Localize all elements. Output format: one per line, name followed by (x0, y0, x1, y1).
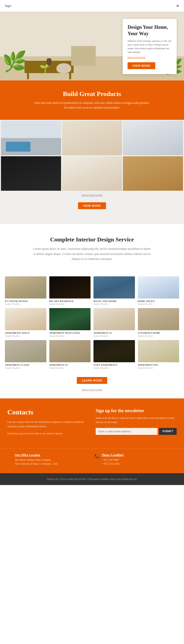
portfolio-title-3: HOTEL SINGAPORE (93, 300, 135, 303)
portfolio-item-4: HOME OFFICE Sample Headline (138, 276, 179, 306)
portfolio-subtitle-11: Sample Headline (93, 367, 135, 369)
office-location-item: 📍 Our Office Location The Interior Desig… (7, 453, 90, 466)
portfolio-title-11: COZY APARTMENTS (93, 364, 135, 367)
bottom-bar: Sample text. Click to select the text bo… (0, 473, 184, 485)
portfolio-credits: Images from Freepik (0, 386, 184, 398)
portfolio-subtitle-6: Sample Headline (49, 335, 91, 337)
portfolio-image-10 (49, 340, 91, 362)
gallery-credits: Images from Freepik (0, 192, 184, 198)
header: logo ≡ (0, 0, 184, 12)
newsletter-description: Want to be the first to read our news? S… (96, 416, 177, 424)
office-title: Our Office Location (15, 453, 58, 457)
gallery-image-5 (62, 156, 122, 191)
hero-section: 🌿 🌱 🌿 Design Your Home, Your Way Habitan… (0, 12, 184, 80)
hero-view-more-button[interactable]: VIEW MORE (128, 62, 155, 69)
interior-section: Complete Interior Design Service Lorem i… (0, 224, 184, 276)
office-content: Our Office Location The Interior Design … (15, 453, 58, 466)
orange-title: Build Great Products (5, 90, 179, 98)
portfolio-subtitle-12: Sample Headline (138, 367, 179, 369)
contacts-desc-2: Feel free to get in touch with us via em… (7, 431, 88, 436)
portfolio-title-10: APARTMENT LF (49, 364, 91, 367)
portfolio-image-5 (5, 308, 46, 330)
contacts-desc-1: Use our contact form for all information… (7, 420, 88, 429)
orange-description: Duis aute irure dolor in reprehenderit i… (33, 101, 151, 110)
hero-image-credit: Image from Freepik (128, 56, 172, 59)
contacts-title: Contacts (7, 408, 88, 416)
location-icon: 📍 (7, 454, 12, 458)
gallery-item (62, 156, 122, 191)
portfolio-subtitle-4: Sample Headline (138, 303, 179, 305)
gallery-grid (0, 120, 184, 192)
portfolio-grid-row3: APARTMENT CLASIC Sample Headline APARTME… (0, 340, 184, 369)
portfolio-subtitle-10: Sample Headline (49, 367, 91, 369)
learn-more-wrapper: LEARN MORE (0, 372, 184, 386)
portfolio-item-9: APARTMENT CLASIC Sample Headline (5, 340, 46, 369)
portfolio-subtitle-1: Sample Headline (5, 303, 46, 305)
gallery-section: Images from Freepik VIEW MORE (0, 120, 184, 224)
portfolio-item-5: APARTMENTS SPACE Sample Headline (5, 308, 46, 337)
portfolio-grid-row1: 475 TENTH AVENUE Sample Headline BIG SKY… (0, 276, 184, 306)
email-input[interactable] (96, 428, 158, 435)
footer-info: 📍 Our Office Location The Interior Desig… (0, 448, 184, 473)
portfolio-grid-row2: APARTMENTS SPACE Sample Headline APARTME… (0, 308, 184, 337)
gallery-btn-wrapper: VIEW MORE (0, 198, 184, 216)
email-form: SUBMIT (96, 428, 177, 435)
hamburger-menu[interactable]: ≡ (176, 3, 179, 8)
gallery-item (1, 121, 61, 155)
portfolio-title-4: HOME OFFICE (138, 300, 179, 303)
pouf-shape (56, 63, 71, 73)
office-line2: The Courtyard, Al Quoz 1, Colorado, -USA (15, 462, 58, 466)
bottom-bar-text: Sample text. Click to select the text bo… (5, 477, 179, 481)
vase-shape (47, 58, 52, 66)
interior-description: Lorem ipsum dolor sit amet, consectetur … (33, 246, 151, 261)
portfolio-image-6 (49, 308, 91, 330)
newsletter-title: Sign up for the newsletter (96, 408, 177, 414)
gallery-item (123, 156, 183, 191)
portfolio-item-6: APARTMENT NEOCLASSIC Sample Headline (49, 308, 91, 337)
submit-button[interactable]: SUBMIT (159, 428, 177, 435)
phone-item: 📞 Phone (Landline) + 912 3 367 8867 + 91… (94, 453, 177, 466)
portfolio-subtitle-5: Sample Headline (5, 335, 46, 337)
portfolio-image-11 (93, 340, 135, 362)
portfolio-title-2: BIG SKY RESIDENCE (49, 300, 91, 303)
portfolio-image-1 (5, 276, 46, 298)
contact-left: Contacts Use our contact form for all in… (7, 408, 88, 438)
hero-description: Habitant morbi tristique senectus et. Ne… (128, 39, 172, 54)
contact-right: Sign up for the newsletter Want to be th… (96, 408, 177, 438)
portfolio-title-7: APARTMENT 34 (93, 332, 135, 335)
portfolio-image-12 (138, 340, 179, 362)
portfolio-image-2 (49, 276, 91, 298)
shelving-shape (71, 46, 96, 66)
logo: logo (5, 4, 11, 8)
phone-number-2: + 912 5 252 3236 (102, 462, 124, 466)
hero-card: Design Your Home, Your Way Habitant morb… (123, 19, 177, 74)
orange-section: Build Great Products Duis aute irure dol… (0, 80, 184, 120)
gallery-image-3 (123, 121, 183, 155)
portfolio-title-1: 475 TENTH AVENUE (5, 300, 46, 303)
portfolio-item-7: APARTMENT 34 Sample Headline (93, 308, 135, 337)
portfolio-item-12: APARTMENT NYC Sample Headline (138, 340, 179, 369)
plant-icon: 🌿 (2, 50, 27, 73)
gallery-image-4 (1, 156, 61, 191)
gallery-image-1 (1, 121, 61, 155)
portfolio-image-4 (138, 276, 179, 298)
portfolio-subtitle-7: Sample Headline (93, 335, 135, 337)
office-line1: The Interior Design Studio Company (15, 458, 58, 462)
portfolio-title-8: LUXURIOUS HOME (138, 332, 179, 335)
phone-icon: 📞 (94, 454, 99, 458)
gallery-item (1, 156, 61, 191)
portfolio-title-6: APARTMENT NEOCLASSIC (49, 332, 91, 335)
gallery-image-2 (62, 121, 122, 155)
portfolio-subtitle-8: Sample Headline (138, 335, 179, 337)
portfolio-item-3: HOTEL SINGAPORE Sample Headline (93, 276, 135, 306)
gallery-view-more-button[interactable]: VIEW MORE (78, 202, 106, 209)
footer-contacts: Contacts Use our contact form for all in… (0, 398, 184, 448)
phone-content: Phone (Landline) + 912 3 367 8867 + 912 … (102, 453, 124, 466)
portfolio-item-8: LUXURIOUS HOME Sample Headline (138, 308, 179, 337)
portfolio-item-2: BIG SKY RESIDENCE Sample Headline (49, 276, 91, 306)
portfolio-item-11: COZY APARTMENTS Sample Headline (93, 340, 135, 369)
learn-more-button[interactable]: LEARN MORE (77, 377, 107, 384)
portfolio-image-7 (93, 308, 135, 330)
portfolio-title-9: APARTMENT CLASIC (5, 364, 46, 367)
portfolio-image-9 (5, 340, 46, 362)
